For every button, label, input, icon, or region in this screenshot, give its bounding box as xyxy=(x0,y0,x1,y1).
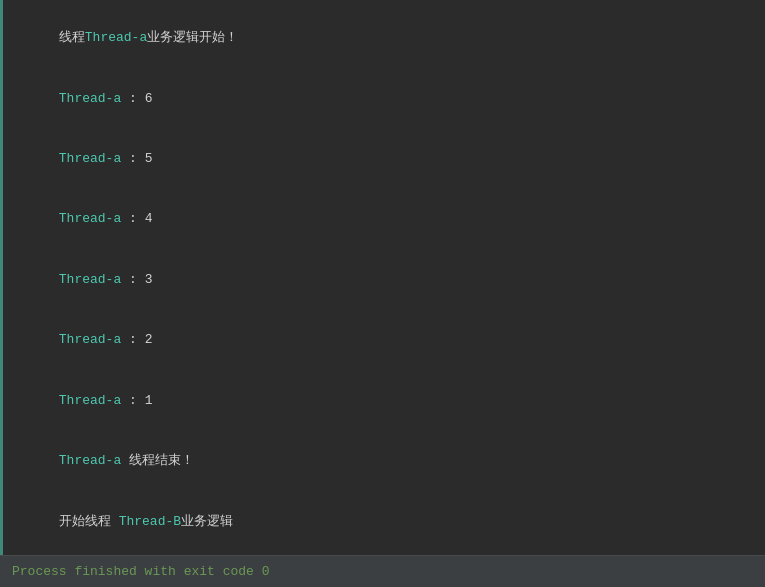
text-segment: : 6 xyxy=(121,91,152,106)
process-exit-text: Process finished with exit code 0 xyxy=(12,564,269,579)
console-line: 线程Thread-a业务逻辑开始！ xyxy=(12,8,753,68)
thread-name: Thread-a xyxy=(59,453,121,468)
thread-name: Thread-a xyxy=(59,332,121,347)
text-segment: 开始线程 xyxy=(59,514,119,529)
text-segment: : 5 xyxy=(121,151,152,166)
thread-name: Thread-a xyxy=(59,211,121,226)
console-line: Thread-a 线程结束！ xyxy=(12,431,753,491)
text-segment: 线程结束！ xyxy=(121,453,194,468)
left-border-accent xyxy=(0,0,3,587)
text-segment: : 1 xyxy=(121,393,152,408)
console-line: 开始线程 Thread-B业务逻辑 xyxy=(12,491,753,551)
text-segment: : 4 xyxy=(121,211,152,226)
text-segment: : 3 xyxy=(121,272,152,287)
thread-name: Thread-a xyxy=(85,30,147,45)
text-segment: : 2 xyxy=(121,332,152,347)
console-container: 线程Thread-a业务逻辑开始！ Thread-a : 6 Thread-a … xyxy=(0,0,765,587)
thread-name: Thread-B xyxy=(119,514,181,529)
console-line: Thread-a : 2 xyxy=(12,310,753,370)
thread-name: Thread-a xyxy=(59,151,121,166)
thread-name: Thread-a xyxy=(59,393,121,408)
text-segment: 业务逻辑开始！ xyxy=(147,30,238,45)
thread-name: Thread-a xyxy=(59,91,121,106)
console-line: Thread-a : 6 xyxy=(12,68,753,128)
console-line: Thread-a : 3 xyxy=(12,250,753,310)
console-line: Thread-a : 1 xyxy=(12,371,753,431)
thread-name: Thread-a xyxy=(59,272,121,287)
text-segment: 线程 xyxy=(59,30,85,45)
text-segment: 业务逻辑 xyxy=(181,514,233,529)
console-line: Thread-a : 4 xyxy=(12,189,753,249)
console-line: Thread-a : 5 xyxy=(12,129,753,189)
process-footer: Process finished with exit code 0 xyxy=(0,555,765,587)
console-output: 线程Thread-a业务逻辑开始！ Thread-a : 6 Thread-a … xyxy=(12,8,753,587)
